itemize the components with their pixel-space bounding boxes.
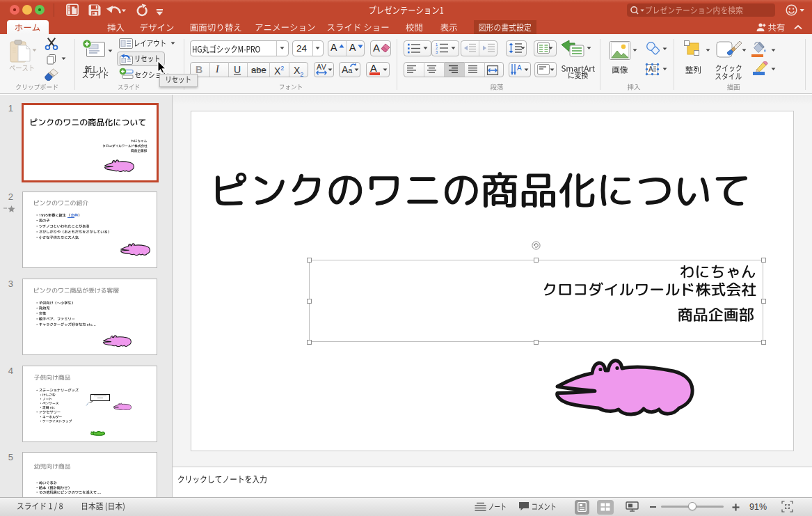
svg-text:3: 3	[436, 50, 438, 54]
svg-text:A: A	[517, 64, 522, 72]
svg-text:A: A	[648, 65, 653, 73]
